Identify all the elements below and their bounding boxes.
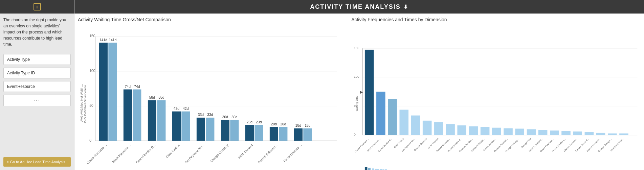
svg-text:Set Payment Blo...: Set Payment Blo... <box>184 144 205 164</box>
svg-text:AVG AVG/Med Net Waitin...: AVG AVG/Med Net Waitin... <box>80 84 83 122</box>
rbar-21 <box>596 133 605 135</box>
rbar-6 <box>423 121 432 135</box>
rbar-1 <box>365 50 374 135</box>
rbar-15 <box>527 129 536 135</box>
left-chart-title: Activity Waiting Time Gross/Net Comparis… <box>78 17 341 22</box>
bar-create-purchase-dark <box>99 43 108 141</box>
filter-more-dots[interactable]: ··· <box>3 95 71 106</box>
svg-text:Change Currency: Change Currency <box>209 143 229 163</box>
bar-record-subseq-dark <box>270 127 278 141</box>
right-chart: Activity Frequencies and Times by Dimens… <box>351 17 641 170</box>
filter-activity-type[interactable]: Activity Type <box>3 54 71 65</box>
bar-srm-created-dark <box>245 125 254 141</box>
rbar-13 <box>504 128 513 135</box>
sidebar: i The charts on the right provide you an… <box>0 0 74 170</box>
svg-text:30d: 30d <box>222 115 228 119</box>
bar-cancel-invoice-light <box>157 100 165 141</box>
svg-text:58d: 58d <box>158 96 164 99</box>
svg-text:0: 0 <box>89 139 91 142</box>
svg-text:23d: 23d <box>247 120 252 124</box>
svg-text:74d: 74d <box>134 85 140 89</box>
svg-text:SRM: Created: SRM: Created <box>237 144 253 160</box>
rbar-7 <box>434 122 443 135</box>
info-icon: i <box>34 3 41 10</box>
rbar-5 <box>411 116 420 135</box>
bar-clear-invoice-dark <box>172 112 181 141</box>
svg-text:150: 150 <box>354 46 359 50</box>
svg-text:20d: 20d <box>271 122 277 126</box>
svg-text:18d: 18d <box>295 124 301 127</box>
rbar-8 <box>446 124 455 135</box>
rbar-19 <box>573 131 582 135</box>
svg-text:100: 100 <box>354 75 359 79</box>
svg-text:23d: 23d <box>256 120 262 124</box>
svg-text:58d: 58d <box>149 96 155 99</box>
svg-text:Waiting time: Waiting time <box>355 96 358 112</box>
svg-text:74d: 74d <box>125 85 131 89</box>
main-content: ACTIVITY TIME ANALYSIS ⬇ Activity Waitin… <box>74 0 644 170</box>
svg-text:Record Invoice ...: Record Invoice ... <box>283 144 302 163</box>
svg-text:33d: 33d <box>198 113 204 117</box>
sidebar-filters: Activity Type Activity Type ID EventReso… <box>0 51 74 154</box>
svg-text:▶: ▶ <box>360 90 363 94</box>
rbar-12 <box>492 128 501 135</box>
bar-srm-created-light <box>254 125 263 141</box>
svg-text:Cancel Invoice R...: Cancel Invoice R... <box>135 144 156 164</box>
svg-text:AVG AVG/Med Gross Waitin...: AVG AVG/Med Gross Waitin... <box>84 82 87 124</box>
svg-text:Clear Invoice: Clear Invoice <box>393 138 404 149</box>
left-chart-svg: 150 100 50 0 AVG AVG/Med Net Waitin... A… <box>78 25 341 170</box>
rbar-16 <box>538 130 548 135</box>
bar-set-payment-dark <box>197 118 205 141</box>
sidebar-description: The charts on the right provide you an o… <box>0 14 74 51</box>
rbar-20 <box>585 132 594 135</box>
bar-set-payment-light <box>206 118 214 141</box>
svg-text:Change Price: Change Price <box>520 138 532 149</box>
rbar-22 <box>608 133 617 135</box>
svg-text:33d: 33d <box>207 113 213 117</box>
left-chart: Activity Waiting Time Gross/Net Comparis… <box>78 17 341 170</box>
svg-text:100: 100 <box>89 69 95 73</box>
sidebar-header: i <box>0 0 74 14</box>
bar-create-purchase-light <box>108 43 117 141</box>
bar-change-currency-dark <box>221 120 229 141</box>
svg-text:Create Purchase-...: Create Purchase-... <box>86 144 107 165</box>
bar-record-invoice-light <box>303 128 312 141</box>
page-title: ACTIVITY TIME ANALYSIS <box>310 3 400 10</box>
right-chart-title: Activity Frequencies and Times by Dimens… <box>351 17 641 22</box>
svg-text:20d: 20d <box>280 122 286 126</box>
bar-cancel-invoice-dark <box>148 100 156 141</box>
right-chart-svg: 150 100 50 0 Waiting time <box>351 25 641 170</box>
svg-text:Block Purchase-...: Block Purchase-... <box>112 144 132 164</box>
bar-block-purchase-dark <box>124 90 132 141</box>
svg-text:50: 50 <box>89 104 93 107</box>
bar-record-subseq-light <box>279 127 287 141</box>
page-title-bar: ACTIVITY TIME ANALYSIS ⬇ <box>74 0 644 14</box>
down-arrow-icon: ⬇ <box>403 4 408 10</box>
chart-divider <box>346 17 346 170</box>
filter-event-resource[interactable]: EventResource <box>3 81 71 92</box>
rbar-10 <box>469 126 478 135</box>
svg-text:SRM: Created: SRM: Created <box>427 138 439 149</box>
svg-text:42d: 42d <box>174 107 179 111</box>
adhoc-leadtime-button[interactable]: > Go to Ad Hoc Lead Time Analysis <box>3 157 71 167</box>
bar-block-purchase-light <box>133 90 141 141</box>
svg-text:141d: 141d <box>109 38 116 42</box>
svg-text:18d: 18d <box>305 124 310 127</box>
bar-record-invoice-dark <box>294 128 303 141</box>
svg-text:0: 0 <box>354 132 356 136</box>
right-chart-wrapper: 150 100 50 0 Waiting time <box>351 25 641 170</box>
svg-text:150: 150 <box>89 34 95 38</box>
rbar-14 <box>515 129 525 135</box>
svg-rect-75 <box>365 167 368 170</box>
svg-text:141d: 141d <box>99 38 107 42</box>
svg-text:30d: 30d <box>231 115 237 119</box>
svg-rect-76 <box>368 168 371 170</box>
left-chart-wrapper: 150 100 50 0 AVG AVG/Med Net Waitin... A… <box>78 25 341 170</box>
rbar-4 <box>400 110 409 135</box>
filter-activity-type-id[interactable]: Activity Type ID <box>3 68 71 78</box>
rbar-2 <box>376 92 385 135</box>
rbar-23 <box>619 133 628 135</box>
svg-rect-77 <box>372 168 374 170</box>
charts-area: Activity Waiting Time Gross/Net Comparis… <box>74 14 644 170</box>
svg-rect-78 <box>375 169 377 170</box>
